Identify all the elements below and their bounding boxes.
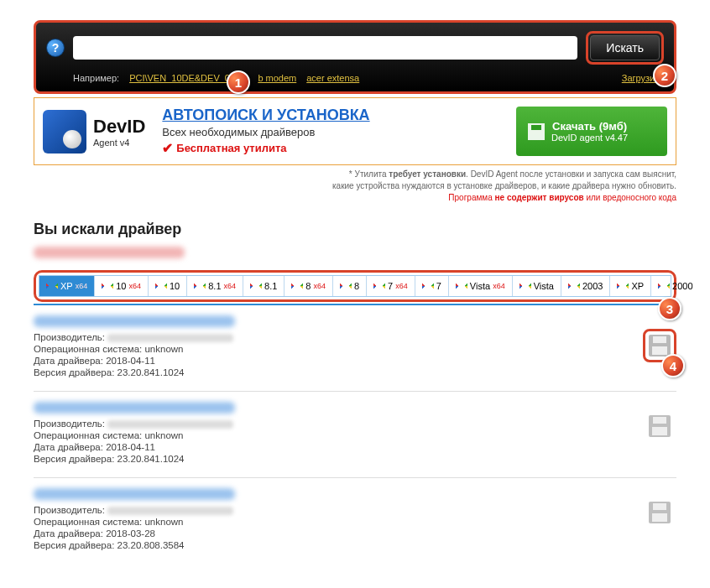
label-version: Версия драйвера:: [34, 367, 114, 377]
manufacturer-blurred: [107, 507, 233, 515]
value-version: 23.20.841.1024: [117, 454, 185, 464]
marker-4: 4: [661, 354, 685, 377]
blurred-query: [34, 247, 185, 258]
promo-subtitle: Agent v4: [93, 138, 145, 148]
os-tab[interactable]: 2000: [651, 276, 699, 296]
label-os: Операционная система:: [34, 430, 142, 440]
windows-flag-icon: [340, 281, 352, 291]
label-manufacturer: Производитель:: [34, 505, 105, 515]
windows-flag-icon: [617, 281, 629, 291]
example-label: Например:: [73, 73, 119, 83]
value-date: 2018-04-11: [106, 442, 155, 452]
value-version: 23.20.841.1024: [117, 367, 185, 377]
marker-2: 2: [653, 64, 676, 87]
label-date: Дата драйвера:: [34, 528, 103, 539]
download-agent-button[interactable]: Скачать (9мб) DevID agent v4.47: [516, 107, 667, 156]
os-tab[interactable]: 8.1x64: [187, 276, 243, 296]
label-manufacturer: Производитель:: [34, 332, 105, 342]
example-link[interactable]: acer extensa: [306, 73, 359, 83]
windows-flag-icon: [422, 281, 434, 291]
windows-flag-icon: [456, 281, 467, 291]
windows-flag-icon: [194, 281, 206, 291]
result-title-blurred[interactable]: [34, 488, 235, 500]
windows-flag-icon: [155, 281, 167, 291]
manufacturer-blurred: [107, 334, 233, 342]
os-tab[interactable]: 10x64: [95, 276, 149, 296]
label-version: Версия драйвера:: [34, 540, 114, 550]
os-tab[interactable]: XP: [610, 276, 651, 296]
results-heading: Вы искали драйвер: [34, 221, 676, 238]
promo-free-label: Бесплатная утилита: [176, 142, 286, 154]
promo-panel: DevID Agent v4 АВТОПОИСК И УСТАНОВКА Все…: [34, 97, 676, 165]
label-os: Операционная система:: [34, 517, 142, 527]
windows-flag-icon: [373, 281, 385, 291]
value-os: unknown: [144, 430, 183, 440]
label-manufacturer: Производитель:: [34, 419, 105, 429]
os-tab[interactable]: Vista: [513, 276, 561, 296]
os-tabs: XPx6410x64108.1x648.18x6487x647Vistax64V…: [39, 275, 671, 297]
windows-flag-icon: [250, 281, 262, 291]
value-date: 2018-03-28: [106, 528, 155, 539]
os-tab[interactable]: 10: [149, 276, 187, 296]
label-version: Версия драйвера:: [34, 454, 114, 464]
search-input[interactable]: [73, 36, 577, 60]
marker-3: 3: [658, 297, 681, 320]
download-btn-line1: Скачать (9мб): [551, 120, 628, 133]
promo-title: DevID: [93, 116, 145, 138]
windows-flag-icon: [291, 281, 303, 291]
os-tab[interactable]: 7x64: [367, 276, 415, 296]
marker-1: 1: [227, 70, 250, 94]
download-btn-line2: DevID agent v4.47: [551, 133, 628, 143]
windows-flag-icon: [568, 281, 580, 291]
label-date: Дата драйвера:: [34, 356, 103, 366]
os-tab[interactable]: 8.1: [243, 276, 285, 296]
value-version: 23.20.808.3584: [117, 540, 185, 550]
result-title-blurred[interactable]: [34, 402, 235, 414]
os-tab[interactable]: 8: [333, 276, 367, 296]
result-item: Производитель: Операционная система: unk…: [34, 305, 676, 391]
promo-note: * Утилита требует установки. DevID Agent…: [34, 169, 676, 204]
devid-logo-icon: [43, 110, 86, 154]
os-tab[interactable]: 2003: [561, 276, 610, 296]
value-date: 2018-04-11: [106, 356, 155, 366]
save-driver-icon[interactable]: [649, 502, 671, 523]
windows-flag-icon: [46, 281, 58, 291]
search-button[interactable]: Искать: [590, 35, 660, 60]
result-item: Производитель: Операционная система: unk…: [34, 391, 676, 477]
save-driver-icon[interactable]: [649, 415, 671, 437]
os-tab[interactable]: Vistax64: [449, 276, 513, 296]
results-list: Производитель: Операционная система: unk…: [34, 305, 676, 564]
search-bar: ? Искать 2 Например: PCI\VEN_10DE&DEV_0C…: [34, 20, 676, 94]
value-os: unknown: [144, 344, 183, 354]
promo-headline[interactable]: АВТОПОИСК И УСТАНОВКА: [162, 107, 499, 124]
windows-flag-icon: [102, 281, 113, 291]
manufacturer-blurred: [107, 420, 233, 429]
value-os: unknown: [144, 517, 183, 527]
save-icon: [528, 123, 545, 140]
examples-row: Например: PCI\VEN_10DE&DEV_0CA3 b modem …: [36, 70, 674, 91]
windows-flag-icon: [658, 281, 670, 291]
promo-line2: Всех необходимых драйверов: [162, 126, 499, 138]
save-driver-icon[interactable]: [649, 335, 671, 356]
label-os: Операционная система:: [34, 344, 142, 354]
check-icon: ✔: [162, 140, 173, 156]
os-tab[interactable]: 7: [415, 276, 449, 296]
os-tab[interactable]: 8x64: [285, 276, 333, 296]
windows-flag-icon: [519, 281, 531, 291]
result-item: Производитель: Операционная система: unk…: [34, 477, 676, 564]
example-link[interactable]: b modem: [258, 73, 296, 83]
label-date: Дата драйвера:: [34, 442, 103, 452]
result-title-blurred[interactable]: [34, 315, 235, 327]
os-tab[interactable]: XPx64: [39, 276, 95, 296]
help-icon[interactable]: ?: [46, 39, 65, 57]
